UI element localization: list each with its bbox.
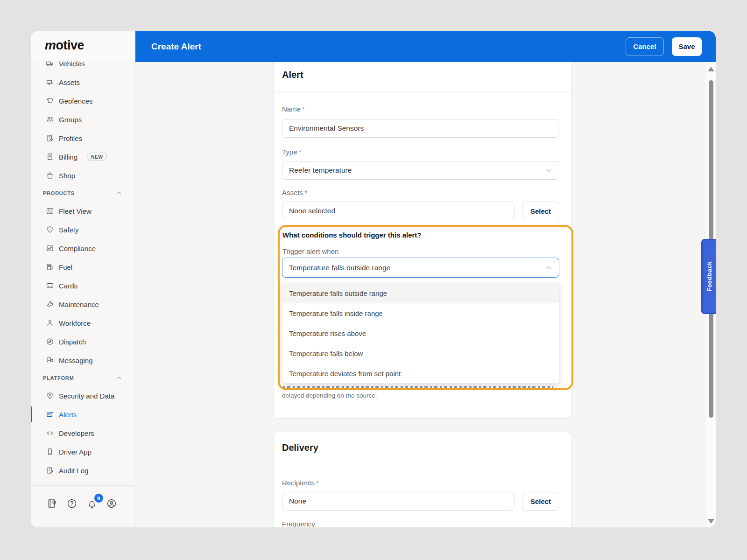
sidebar-item-label: Messaging (59, 357, 93, 364)
sidebar-item-groups[interactable]: Groups (31, 110, 135, 129)
sidebar-item-safety[interactable]: Safety (31, 220, 135, 239)
desktop-background: motive Vehicles Assets Geofences Group (0, 0, 747, 560)
sidebar-item-billing[interactable]: $ Billing NEW (31, 147, 135, 166)
account-circle-icon (106, 498, 117, 509)
sidebar-item-geofences[interactable]: Geofences (31, 91, 135, 110)
sidebar-item-label: Driver App (59, 448, 92, 456)
page-title: Create Alert (135, 42, 201, 52)
sidebar-item-label: Alerts (59, 411, 77, 419)
main-content: Alert Name* Type* Reefer temperature Ass… (135, 62, 706, 527)
chat-bubbles-icon (46, 356, 54, 364)
trigger-condition-select[interactable]: Temperature falls outside range (282, 258, 559, 278)
conditions-highlight-box: What conditions should trigger this aler… (278, 225, 573, 390)
sidebar-item-label: Audit Log (59, 467, 88, 475)
trigger-when-label: Trigger alert when (282, 247, 338, 255)
sidebar-item-label: Compliance (59, 245, 96, 252)
sidebar-section-products[interactable]: PRODUCTS (31, 185, 135, 202)
sidebar-item-label: Security and Data (59, 392, 114, 400)
help-button[interactable] (66, 498, 78, 510)
sidebar-item-fuel[interactable]: Fuel (31, 258, 135, 276)
dropdown-option[interactable]: Temperature rises above (282, 323, 559, 343)
sidebar-item-label: Developers (59, 429, 94, 437)
frequency-label: Frequency (282, 520, 315, 527)
app-window: motive Vehicles Assets Geofences Group (31, 31, 716, 527)
delivery-section-title: Delivery (282, 442, 318, 453)
sidebar-item-alerts[interactable]: Alerts (31, 405, 135, 424)
sidebar-item-compliance[interactable]: Compliance (31, 239, 135, 258)
type-label: Type* (282, 148, 301, 156)
wrench-icon (46, 300, 54, 308)
save-button[interactable]: Save (672, 37, 702, 56)
page-header: Create Alert Cancel Save (135, 31, 716, 62)
sidebar-item-workforce[interactable]: Workforce (31, 314, 135, 332)
sidebar-item-label: Fuel (59, 263, 72, 271)
sidebar-item-messaging[interactable]: Messaging (31, 351, 135, 370)
dropdown-option[interactable]: Temperature deviates from set point (282, 364, 559, 384)
sidebar-item-fleet-view[interactable]: Fleet View (31, 202, 135, 220)
sidebar-item-cards[interactable]: Cards (31, 276, 135, 295)
shopping-bag-icon (46, 171, 54, 180)
alerts-list-icon (46, 410, 54, 419)
section-divider (274, 465, 571, 465)
sidebar-item-dispatch[interactable]: Dispatch (31, 332, 135, 351)
sidebar-item-driver-app[interactable]: Driver App (31, 442, 135, 461)
dropdown-option[interactable]: Temperature falls below (282, 343, 559, 364)
assets-select-button[interactable]: Select (522, 202, 559, 220)
name-input[interactable] (282, 119, 559, 138)
notifications-button[interactable]: 9 (86, 498, 99, 510)
sidebar-item-audit-log[interactable]: Audit Log (31, 461, 135, 480)
feedback-tab[interactable]: Feedback (701, 239, 716, 314)
chevron-up-icon (545, 264, 552, 272)
recipients-select-button[interactable]: Select (522, 492, 559, 511)
trigger-condition-dropdown: Temperature falls outside range Temperat… (282, 283, 560, 384)
sidebar-item-security-and-data[interactable]: Security and Data (31, 386, 135, 405)
resources-button[interactable] (47, 498, 59, 510)
recipients-label: Recipients* (282, 479, 319, 487)
document-pencil-icon (46, 466, 54, 475)
people-icon (46, 115, 54, 124)
sidebar-item-maintenance[interactable]: Maintenance (31, 295, 135, 314)
recipients-input[interactable] (282, 492, 514, 511)
code-icon (46, 429, 54, 437)
chevron-up-icon (115, 374, 123, 382)
map-icon (46, 207, 54, 215)
dropdown-option[interactable]: Temperature falls inside range (282, 303, 559, 323)
type-select[interactable]: Reefer temperature (282, 161, 559, 180)
question-circle-icon (66, 498, 78, 509)
assets-input[interactable] (282, 202, 514, 220)
sidebar-section-platform[interactable]: PLATFORM (31, 370, 135, 386)
trigger-condition-value: Temperature falls outside range (289, 264, 390, 272)
sidebar-item-profiles[interactable]: Profiles (31, 129, 135, 147)
sidebar-item-label: Shop (59, 172, 75, 180)
sidebar-item-assets[interactable]: Assets (31, 73, 135, 91)
chevron-down-icon (545, 167, 552, 174)
scroll-down-arrow[interactable] (708, 519, 714, 524)
assets-field-row: Select (282, 202, 559, 220)
scroll-up-arrow[interactable] (708, 67, 714, 71)
required-marker: * (299, 148, 302, 156)
svg-text:$: $ (49, 154, 51, 158)
conditions-question: What conditions should trigger this aler… (282, 231, 422, 239)
sidebar-item-developers[interactable]: Developers (31, 424, 135, 442)
truck-icon (46, 59, 54, 68)
account-button[interactable] (106, 498, 118, 510)
phone-icon (46, 448, 54, 456)
section-label: PLATFORM (43, 375, 74, 381)
sidebar-item-label: Assets (59, 78, 80, 86)
shield-lock-icon (46, 392, 54, 400)
logo-rest: otive (56, 38, 85, 52)
profile-card-gear-icon (46, 134, 54, 142)
sidebar-item-shop[interactable]: Shop (31, 166, 135, 185)
chart-square-icon (46, 244, 54, 252)
cancel-button[interactable]: Cancel (626, 37, 664, 56)
sidebar-footer: 9 (31, 485, 135, 527)
motive-logo[interactable]: motive (45, 38, 84, 53)
sidebar-item-label: Fleet View (59, 207, 92, 215)
sidebar-item-label: Workforce (59, 319, 91, 327)
conditions-note: delayed depending on the source. (282, 392, 377, 399)
clipped-text-remnant (283, 386, 553, 388)
dropdown-option[interactable]: Temperature falls outside range (282, 283, 559, 303)
delivery-section-card: Delivery Recipients* Select Frequency (273, 432, 572, 527)
geofence-polygon-icon (46, 97, 54, 105)
header-actions: Cancel Save (626, 37, 716, 56)
